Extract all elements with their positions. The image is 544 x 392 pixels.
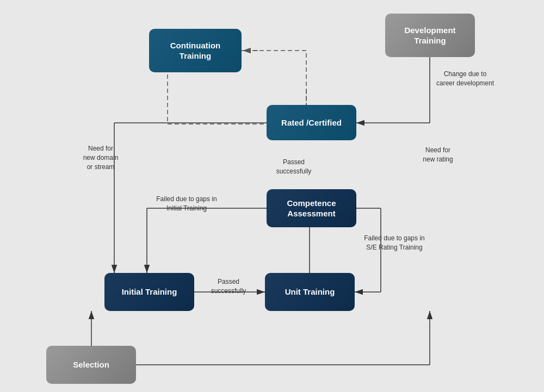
rated-certified-node: Rated /Certified	[267, 105, 356, 140]
selection-label: Selection	[73, 359, 109, 370]
continuation-training-label: Continuation Training	[170, 40, 220, 61]
need-new-rating-label: Need fornew rating	[416, 146, 460, 164]
selection-node: Selection	[46, 346, 136, 384]
initial-training-node: Initial Training	[104, 273, 194, 311]
continuation-training-node: Continuation Training	[149, 29, 242, 72]
failed-se-rating-label: Failed due to gaps inS/E Rating Training	[359, 234, 430, 252]
passed-successfully-2-label: Passedsuccessfully	[207, 277, 250, 296]
diagram-container: Continuation Training Development Traini…	[0, 0, 544, 392]
competence-assessment-node: Competence Assessment	[267, 189, 356, 227]
initial-training-label: Initial Training	[122, 287, 177, 297]
need-new-domain-label: Need fornew domainor stream	[76, 144, 125, 171]
unit-training-node: Unit Training	[265, 273, 355, 311]
failed-initial-label: Failed due to gaps inInitial Training	[151, 195, 222, 213]
unit-training-label: Unit Training	[285, 287, 335, 297]
development-training-label: Development Training	[404, 25, 455, 46]
development-training-node: Development Training	[385, 14, 475, 57]
rated-certified-label: Rated /Certified	[281, 117, 342, 128]
competence-assessment-label: Competence Assessment	[287, 198, 336, 219]
passed-successfully-1-label: Passedsuccessfully	[272, 158, 316, 176]
change-career-label: Change due tocareer development	[435, 70, 495, 88]
